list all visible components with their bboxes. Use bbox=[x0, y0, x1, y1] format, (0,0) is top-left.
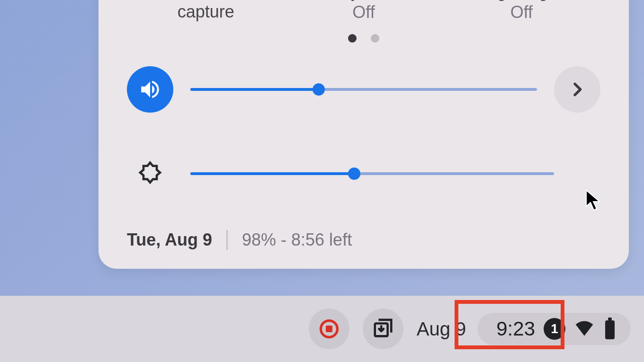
notification-count: 1 bbox=[551, 321, 558, 336]
toggle-title: Nearby visibil… bbox=[285, 0, 442, 1]
page-dot[interactable] bbox=[371, 34, 379, 43]
slider-thumb[interactable] bbox=[313, 83, 325, 96]
panel-info-row: Tue, Aug 9 98% - 8:56 left bbox=[98, 230, 629, 250]
slider-fill bbox=[190, 88, 319, 91]
brightness-sun-icon bbox=[137, 160, 163, 187]
shelf-date-text: Aug 9 bbox=[417, 318, 466, 340]
shelf-record-button[interactable] bbox=[309, 309, 349, 349]
page-dot-active[interactable] bbox=[348, 34, 357, 43]
toggle-title: Screen capture bbox=[127, 0, 285, 22]
volume-icon[interactable] bbox=[127, 66, 173, 113]
volume-slider[interactable] bbox=[190, 82, 537, 97]
wifi-icon bbox=[574, 318, 595, 339]
toggle-screen-capture[interactable]: Screen capture bbox=[127, 0, 285, 23]
toggle-state: Off bbox=[443, 2, 600, 22]
mouse-cursor bbox=[585, 189, 604, 208]
record-stop-icon bbox=[319, 319, 339, 339]
download-stack-icon bbox=[372, 318, 394, 340]
toggle-title: Night Light bbox=[443, 0, 600, 1]
panel-date: Tue, Aug 9 bbox=[127, 230, 212, 250]
page-indicator[interactable] bbox=[98, 34, 629, 43]
svg-marker-0 bbox=[140, 163, 160, 183]
divider bbox=[226, 230, 228, 250]
brightness-icon bbox=[127, 150, 173, 197]
toggle-night-light[interactable]: Night Light Off bbox=[443, 0, 600, 23]
tray-time: 9:23 bbox=[496, 318, 535, 340]
audio-settings-button[interactable] bbox=[554, 66, 600, 113]
svg-rect-4 bbox=[605, 320, 615, 339]
chevron-right-icon bbox=[568, 80, 587, 99]
brightness-row bbox=[98, 150, 629, 197]
panel-battery-status: 98% - 8:56 left bbox=[242, 230, 352, 250]
svg-rect-2 bbox=[326, 326, 332, 332]
brightness-slider[interactable] bbox=[190, 167, 554, 181]
battery-icon bbox=[603, 318, 617, 340]
notification-badge[interactable]: 1 bbox=[544, 318, 565, 340]
shelf-holding-space-button[interactable] bbox=[363, 309, 403, 349]
volume-row bbox=[98, 66, 629, 113]
quick-settings-panel: Screen capture Nearby visibil… Off Night… bbox=[98, 0, 629, 269]
slider-fill bbox=[190, 172, 354, 175]
shelf-date[interactable]: Aug 9 bbox=[417, 318, 466, 340]
status-tray[interactable]: 9:23 1 bbox=[477, 313, 631, 345]
svg-rect-5 bbox=[608, 318, 612, 320]
toggle-nearby-visibility[interactable]: Nearby visibil… Off bbox=[285, 0, 442, 23]
speaker-icon bbox=[138, 78, 162, 101]
toggle-state: Off bbox=[285, 2, 442, 22]
slider-thumb[interactable] bbox=[348, 168, 360, 180]
quick-toggles-row: Screen capture Nearby visibil… Off Night… bbox=[98, 0, 629, 23]
shelf: Aug 9 9:23 1 bbox=[0, 296, 644, 362]
